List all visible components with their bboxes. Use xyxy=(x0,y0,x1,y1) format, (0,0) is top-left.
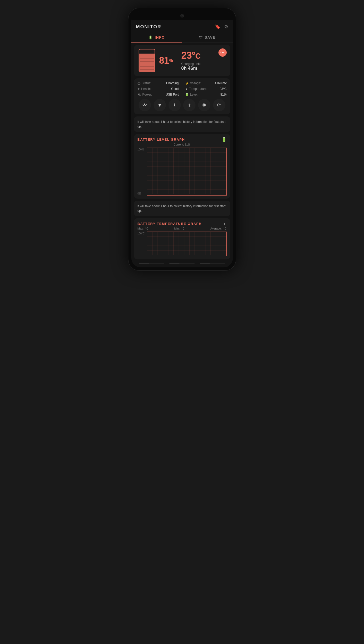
charging-time: 0h 46m xyxy=(181,66,226,71)
screen-content: MONITOR 🔖 ⚙ 🔋 INFO 🛡 SAVE xyxy=(131,20,233,267)
info-message-2: It will take about 1 hour to collect his… xyxy=(134,201,230,216)
battery-line xyxy=(140,69,154,70)
battery-line xyxy=(140,56,154,56)
scrollbar-left xyxy=(139,264,164,264)
temp-graph-icon: 🌡 xyxy=(223,221,227,226)
bookmark-icon[interactable]: 🔖 xyxy=(215,24,221,30)
stat-status-value: Charging xyxy=(166,81,179,85)
charging-label: Charging Left: xyxy=(181,62,226,66)
battery-line xyxy=(140,61,154,62)
stat-health-value: Good xyxy=(171,87,179,91)
scrollbar-center xyxy=(169,264,195,264)
stat-level-text: Level: xyxy=(190,93,198,96)
stat-status-label: ⏻ Status: xyxy=(138,81,151,85)
rotate-button[interactable]: ⟳ xyxy=(213,99,225,111)
battery-line xyxy=(140,64,154,64)
stat-temp-text: Temperature: xyxy=(189,87,208,91)
stat-temp: 🌡 Temperature: 23°C xyxy=(185,87,227,91)
thermometer-icon: 🌡 xyxy=(185,87,188,90)
battery-graph-title: BATTERY LEVEL GRAPH xyxy=(138,138,185,141)
info-message-text-1: It will take about 1 hour to collect his… xyxy=(138,120,226,128)
battery-temp-graph-section: BATTERY TEMPERATURE GRAPH 🌡 Max: -°C Min… xyxy=(134,218,230,259)
stat-level-label: 🔋 Level: xyxy=(185,93,198,96)
battery-lines xyxy=(139,54,155,72)
stats-grid: ⏻ Status: Charging ✚ Health: Good xyxy=(138,81,227,96)
tab-info-label: INFO xyxy=(155,35,165,39)
app-title: MONITOR xyxy=(136,24,162,30)
temp-graph-title: BATTERY TEMPERATURE GRAPH xyxy=(138,222,202,226)
battery-graph-container: 100% 0% xyxy=(138,148,227,196)
battery-graph-subtitle: Current: 81% xyxy=(137,143,228,146)
battery-graph-icon: 🔋 xyxy=(222,137,227,142)
voltage-icon: ⚡ xyxy=(185,82,189,85)
stat-temp-value: 23°C xyxy=(220,87,227,91)
stats-right-col: ⚡ Voltage: 4169 mv 🌡 Temperature: xyxy=(182,81,227,96)
temp-max-label: Max: -°C xyxy=(138,227,149,230)
rotate-icon: ⟳ xyxy=(217,102,221,108)
tab-save-icon: 🛡 xyxy=(199,36,203,39)
scrollbar-right xyxy=(200,264,225,264)
phone-frame: MONITOR 🔖 ⚙ 🔋 INFO 🛡 SAVE xyxy=(128,8,236,271)
stat-voltage-label: ⚡ Voltage: xyxy=(185,81,201,85)
stat-voltage-text: Voltage: xyxy=(190,81,201,85)
stat-power: 🔌 Power: USB Port xyxy=(138,93,179,96)
temp-y-labels: 100°C xyxy=(138,232,145,256)
brightness-icon: ✺ xyxy=(202,102,206,108)
stat-voltage: ⚡ Voltage: 4169 mv xyxy=(185,81,227,85)
quick-actions: 👁 ▾ ℹ ✳ ✺ xyxy=(138,99,227,111)
stat-power-label: 🔌 Power: xyxy=(138,93,152,96)
battery-line xyxy=(140,58,154,59)
level-icon: 🔋 xyxy=(185,93,189,96)
wifi-filled-button[interactable]: ▾ xyxy=(154,99,166,111)
stats-left-col: ⏻ Status: Charging ✚ Health: Good xyxy=(138,81,182,96)
battery-level-graph-section: BATTERY LEVEL GRAPH 🔋 Current: 81% 100% … xyxy=(134,134,230,199)
tab-save[interactable]: 🛡 SAVE xyxy=(182,32,233,43)
tab-bar: 🔋 INFO 🛡 SAVE xyxy=(131,32,233,43)
wifi-info-button[interactable]: ℹ xyxy=(168,99,181,111)
temp-graph-container: 100°C xyxy=(138,232,227,256)
battery-graph-area xyxy=(147,148,227,196)
stat-level-value: 81% xyxy=(220,93,226,96)
battery-percent-value: 81 xyxy=(159,55,169,66)
battery-line xyxy=(140,66,154,67)
plug-icon: 🔌 xyxy=(138,93,141,96)
scrollbar-thumb-center xyxy=(169,264,180,264)
battery-y-bottom: 0% xyxy=(138,192,144,195)
brightness-button[interactable]: ✺ xyxy=(198,99,210,111)
battery-y-labels: 100% 0% xyxy=(138,148,144,196)
eye-button[interactable]: 👁 xyxy=(139,99,151,111)
stat-power-text: Power: xyxy=(142,93,152,96)
scrollbar-thumb-right xyxy=(200,264,210,264)
stat-level: 🔋 Level: 81% xyxy=(185,93,227,96)
app-header: MONITOR 🔖 ⚙ xyxy=(131,20,233,32)
temp-stats-row: Max: -°C Min: -°C Average: -°C xyxy=(137,227,228,230)
temp-graph-area xyxy=(147,232,227,256)
battery-graph-header: BATTERY LEVEL GRAPH 🔋 xyxy=(137,137,228,142)
stat-health-text: Health: xyxy=(141,87,151,91)
temp-graph-svg xyxy=(147,232,226,255)
wifi-filled-icon: ▾ xyxy=(158,102,161,108)
stat-voltage-value: 4169 mv xyxy=(215,81,226,85)
scrollbar-thumb-left xyxy=(139,264,149,264)
battery-card: 81 % 23°c Charging Left: 0h 46m ··· xyxy=(134,45,230,76)
tab-info-icon: 🔋 xyxy=(148,36,153,39)
info-message-text-2: It will take about 1 hour to collect his… xyxy=(138,204,226,213)
stat-power-value: USB Port xyxy=(166,93,179,96)
scrollbars xyxy=(134,261,230,265)
temp-graph-header: BATTERY TEMPERATURE GRAPH 🌡 xyxy=(137,221,228,226)
stats-card: ⏻ Status: Charging ✚ Health: Good xyxy=(134,78,230,114)
bluetooth-button[interactable]: ✳ xyxy=(183,99,196,111)
header-icons: 🔖 ⚙ xyxy=(215,24,228,30)
stat-status-text: Status: xyxy=(142,81,151,85)
eye-icon: 👁 xyxy=(142,103,147,108)
info-message-1: It will take about 1 hour to collect his… xyxy=(134,116,230,132)
tab-info[interactable]: 🔋 INFO xyxy=(131,32,182,43)
battery-visual xyxy=(139,49,155,72)
more-button[interactable]: ··· xyxy=(218,48,227,57)
stat-status: ⏻ Status: Charging xyxy=(138,81,179,85)
battery-y-top: 100% xyxy=(138,148,144,151)
settings-icon[interactable]: ⚙ xyxy=(224,24,228,30)
health-icon: ✚ xyxy=(138,87,140,91)
power-icon: ⏻ xyxy=(138,82,140,85)
stat-health: ✚ Health: Good xyxy=(138,87,179,91)
